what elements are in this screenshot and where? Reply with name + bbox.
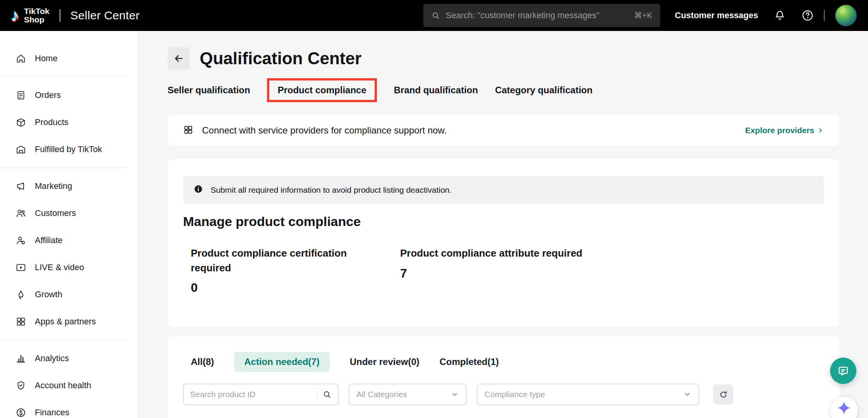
tab-seller-qualification[interactable]: Seller qualification <box>168 85 250 96</box>
sidebar-item-label: LIVE & video <box>35 262 84 272</box>
notice-banner: Submit all required information to avoid… <box>183 176 824 204</box>
sidebar-item-label: Orders <box>35 90 61 100</box>
customers-icon <box>15 208 26 219</box>
sidebar-item-affiliate[interactable]: Affiliate <box>0 227 137 254</box>
brand-text: TikTok Shop <box>24 7 50 24</box>
category-select-value: All Categories <box>356 390 407 399</box>
sidebar-item-label: Products <box>35 117 68 127</box>
sparkle-icon <box>836 400 852 416</box>
compliance-type-select-value: Compliance type <box>485 390 545 399</box>
search-shortcut: ⌘+K <box>634 11 652 20</box>
brand-line1: TikTok <box>24 7 50 15</box>
orders-icon <box>15 90 26 101</box>
sidebar-item-apps-partners[interactable]: Apps & partners <box>0 308 137 335</box>
filter-tab-completed[interactable]: Completed(1) <box>440 356 499 367</box>
sidebar-item-label: Analytics <box>35 353 69 363</box>
marketing-icon <box>15 181 26 192</box>
status-filter-tabs: All(8) Action needed(7) Under review(0) … <box>183 352 824 372</box>
page-title: Qualification Center <box>200 49 361 68</box>
sidebar-item-products[interactable]: Products <box>0 109 137 136</box>
sidebar-item-label: Account health <box>35 380 91 391</box>
products-icon <box>15 117 26 128</box>
page-header: Qualification Center <box>168 47 839 69</box>
sidebar-item-label: Customers <box>35 208 76 218</box>
filter-tab-action-needed[interactable]: Action needed(7) <box>234 352 330 372</box>
analytics-icon <box>15 353 26 364</box>
input-divider <box>317 389 318 400</box>
explore-providers-link[interactable]: Explore providers <box>745 126 824 135</box>
product-id-search-input[interactable] <box>190 390 313 399</box>
apps-partners-icon <box>15 316 26 327</box>
stat-label: Product compliance attribute required <box>400 246 586 261</box>
stat-attribute-required: Product compliance attribute required 7 <box>400 246 609 295</box>
refresh-icon <box>719 390 728 399</box>
sidebar-item-fulfilled-by-tiktok[interactable]: Fulfilled by TikTok <box>0 136 137 163</box>
sidebar-item-customers[interactable]: Customers <box>0 200 137 227</box>
help-button[interactable] <box>801 9 814 22</box>
top-bar: ♪ TikTok Shop Seller Center Search: "cus… <box>0 0 868 31</box>
sidebar-divider <box>0 340 128 340</box>
info-icon <box>193 184 204 196</box>
grid-icon <box>183 125 193 137</box>
compliance-stats: Product compliance certification require… <box>183 246 824 295</box>
sidebar-item-label: Apps & partners <box>35 317 96 327</box>
sidebar-item-marketing[interactable]: Marketing <box>0 173 137 200</box>
growth-icon <box>15 289 26 300</box>
stat-value: 0 <box>191 281 400 295</box>
search-icon <box>431 11 440 20</box>
bell-icon <box>774 9 786 22</box>
header-divider <box>60 9 60 22</box>
tiktok-shop-logo[interactable]: ♪ TikTok Shop <box>11 7 50 24</box>
sidebar-item-label: Affiliate <box>35 235 63 245</box>
category-select[interactable]: All Categories <box>349 384 467 405</box>
tab-product-compliance[interactable]: Product compliance <box>277 85 366 95</box>
filter-tab-under-review[interactable]: Under review(0) <box>350 356 419 367</box>
back-button[interactable] <box>168 47 190 69</box>
provider-banner-text: Connect with service providers for compl… <box>202 125 447 136</box>
sidebar-item-orders[interactable]: Orders <box>0 82 137 109</box>
fulfilled-by-tiktok-icon <box>15 144 26 155</box>
affiliate-icon <box>15 235 26 246</box>
sidebar-item-analytics[interactable]: Analytics <box>0 345 137 372</box>
chevron-down-icon <box>450 390 459 399</box>
sidebar-item-finances[interactable]: Finances <box>0 399 137 418</box>
chat-icon <box>837 364 850 377</box>
tab-category-qualification[interactable]: Category qualification <box>495 85 592 96</box>
sidebar: Home Orders Products Fulfilled by TikTok… <box>0 31 138 418</box>
compliance-list-card: All(8) Action needed(7) Under review(0) … <box>168 336 839 418</box>
section-title: Manage product compliance <box>183 214 824 229</box>
manage-compliance-card: Submit all required information to avoid… <box>168 159 839 327</box>
filter-row: All Categories Compliance type <box>183 384 824 405</box>
help-icon <box>801 9 814 22</box>
sidebar-item-account-health[interactable]: Account health <box>0 372 137 399</box>
sidebar-item-label: Growth <box>35 290 62 300</box>
sidebar-item-label: Finances <box>35 408 69 418</box>
notifications-button[interactable] <box>774 9 786 22</box>
home-icon <box>15 53 26 64</box>
main-content: Qualification Center Seller qualificatio… <box>138 31 868 418</box>
explore-providers-label: Explore providers <box>745 126 814 135</box>
sidebar-divider <box>0 168 128 168</box>
refresh-button[interactable] <box>713 384 733 404</box>
product-id-search[interactable] <box>183 384 339 405</box>
annotation-highlight-box: Product compliance <box>267 78 377 102</box>
sidebar-item-live-video[interactable]: LIVE & video <box>0 254 137 281</box>
search-icon <box>322 390 332 399</box>
tiktok-note-icon: ♪ <box>11 7 19 24</box>
header-divider-2 <box>824 10 825 21</box>
customer-messages-link[interactable]: Customer messages <box>675 10 758 21</box>
stat-label: Product compliance certification require… <box>191 246 377 275</box>
sidebar-item-label: Marketing <box>35 181 72 191</box>
app-name: Seller Center <box>70 9 140 22</box>
sidebar-item-home[interactable]: Home <box>0 45 137 72</box>
filter-tab-all[interactable]: All(8) <box>191 356 214 367</box>
sidebar-divider <box>0 77 128 77</box>
avatar[interactable] <box>835 4 857 27</box>
global-search-input[interactable]: Search: "customer marketing messages" ⌘+… <box>423 4 660 27</box>
tab-brand-qualification[interactable]: Brand qualification <box>394 85 478 96</box>
live-video-icon <box>15 262 26 273</box>
finances-icon <box>15 407 26 418</box>
compliance-type-select[interactable]: Compliance type <box>477 384 699 405</box>
chat-button[interactable] <box>830 358 856 384</box>
sidebar-item-growth[interactable]: Growth <box>0 281 137 308</box>
